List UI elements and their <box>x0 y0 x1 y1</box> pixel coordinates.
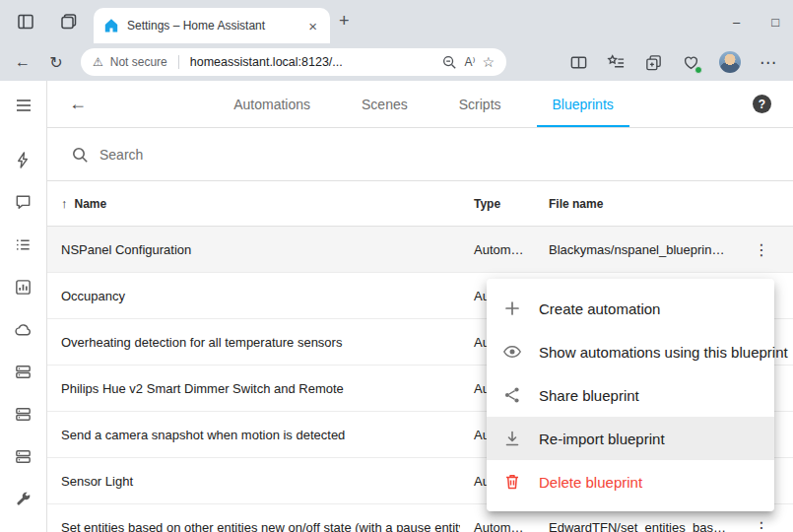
maximize-button[interactable]: □ <box>771 15 779 30</box>
row-name: Set entities based on other entities new… <box>47 520 460 532</box>
menu-item-delete-blueprint[interactable]: Delete blueprint <box>487 460 774 503</box>
tab-blueprints[interactable]: Blueprints <box>527 81 639 127</box>
server-icon[interactable] <box>14 405 33 424</box>
context-menu: Create automation Show automations using… <box>487 279 774 511</box>
browser-menu-icon[interactable]: ⋯ <box>760 52 777 73</box>
help-icon[interactable]: ? <box>753 95 771 113</box>
download-icon <box>502 429 522 448</box>
home-assistant-favicon <box>103 18 119 33</box>
menu-item-create-automation[interactable]: Create automation <box>487 287 774 330</box>
url-text[interactable]: homeassistant.local:8123/... <box>190 55 435 69</box>
eye-icon <box>502 342 522 362</box>
list-icon[interactable] <box>14 235 33 254</box>
security-label[interactable]: Not secure <box>110 55 167 69</box>
favorite-star-icon[interactable]: ☆ <box>482 54 495 70</box>
collections-icon[interactable] <box>644 53 663 72</box>
header-file-name[interactable]: File name <box>535 197 738 211</box>
wrench-icon[interactable] <box>14 490 33 508</box>
row-name: Occupancy <box>47 289 460 303</box>
menu-item-label: Share blueprint <box>539 387 639 404</box>
cloud-icon[interactable] <box>14 320 33 339</box>
table-row[interactable]: NSPanel Configuration Autom… Blackymas/n… <box>47 227 793 273</box>
row-name: Sensor Light <box>47 474 460 489</box>
table-header: ↑ Name Type File name <box>47 181 793 227</box>
address-bar[interactable]: ⚠ Not secure homeassistant.local:8123/..… <box>81 48 506 76</box>
tab-scripts[interactable]: Scripts <box>433 81 527 127</box>
row-type: Autom… <box>460 242 535 257</box>
search-row <box>47 128 793 181</box>
profile-avatar[interactable] <box>719 51 741 73</box>
back-icon[interactable]: ← <box>12 53 33 71</box>
browser-essentials-icon[interactable] <box>682 53 700 72</box>
row-more-icon[interactable]: ⋮ <box>748 237 775 262</box>
title-bar: Settings – Home Assistant × + – □ <box>0 0 793 43</box>
bar-chart-icon[interactable] <box>14 278 33 297</box>
lightning-icon[interactable] <box>14 151 33 169</box>
window-controls: – □ <box>733 0 779 43</box>
share-icon <box>502 385 522 405</box>
ha-back-icon[interactable]: ← <box>69 94 95 114</box>
row-name: NSPanel Configuration <box>47 242 460 257</box>
browser-window: Settings – Home Assistant × + – □ ← ↻ ⚠ … <box>0 0 793 532</box>
menu-item-label: Show automations using this blueprint <box>539 344 788 361</box>
row-more-icon[interactable]: ⋮ <box>748 515 775 532</box>
search-icon <box>71 146 89 164</box>
vertical-tabs-icon[interactable] <box>16 12 35 32</box>
menu-item-label: Create automation <box>539 300 660 317</box>
search-input[interactable] <box>99 147 769 163</box>
menu-item-reimport-blueprint[interactable]: Re-import blueprint <box>487 417 774 460</box>
minimize-button[interactable]: – <box>733 15 740 30</box>
menu-item-label: Re-import blueprint <box>539 431 665 447</box>
not-secure-warning-icon[interactable]: ⚠ <box>93 55 103 69</box>
toolbar-right-icons: ⋯ <box>569 51 781 73</box>
row-name: Philips Hue v2 Smart Dimmer Switch and R… <box>47 381 460 396</box>
zoom-icon[interactable] <box>441 54 457 70</box>
split-screen-icon[interactable] <box>569 53 588 72</box>
ha-nav-tabs: Automations Scenes Scripts Blueprints <box>95 81 753 127</box>
menu-item-show-automations[interactable]: Show automations using this blueprint <box>487 330 774 373</box>
new-tab-button[interactable]: + <box>339 12 350 30</box>
sidebar-menu-icon[interactable] <box>14 96 33 115</box>
server-icon[interactable] <box>14 447 33 466</box>
delete-icon <box>502 472 522 492</box>
favorites-hub-icon[interactable] <box>607 53 626 72</box>
titlebar-left-icons <box>0 12 79 32</box>
row-type: Autom… <box>460 520 535 532</box>
ha-sidebar <box>0 81 47 532</box>
sidebar-icons <box>14 151 33 508</box>
header-name[interactable]: ↑ Name <box>47 196 460 211</box>
row-file: Blackymas/nspanel_blueprin… <box>535 242 738 257</box>
sort-ascending-icon: ↑ <box>61 196 68 211</box>
refresh-icon[interactable]: ↻ <box>45 53 67 72</box>
header-name-label: Name <box>75 197 107 211</box>
row-name: Overheating detection for all temperatur… <box>47 335 460 350</box>
browser-toolbar: ← ↻ ⚠ Not secure homeassistant.local:812… <box>0 43 793 81</box>
tab-automations[interactable]: Automations <box>208 81 336 127</box>
address-divider <box>178 55 179 69</box>
tab-title: Settings – Home Assistant <box>127 19 297 33</box>
menu-item-label: Delete blueprint <box>539 474 642 491</box>
status-dot <box>694 66 702 74</box>
chat-icon[interactable] <box>14 193 33 212</box>
server-icon[interactable] <box>14 363 33 381</box>
workspaces-icon[interactable] <box>59 12 79 32</box>
tab-close-icon[interactable]: × <box>305 18 320 34</box>
browser-tab[interactable]: Settings – Home Assistant × <box>94 8 330 43</box>
row-file: EdwardTFN/set_entities_bas… <box>535 520 738 532</box>
read-aloud-icon[interactable]: A⁾ <box>464 55 475 69</box>
header-type[interactable]: Type <box>460 197 535 211</box>
tab-scenes[interactable]: Scenes <box>336 81 433 127</box>
menu-item-share-blueprint[interactable]: Share blueprint <box>487 373 774 417</box>
plus-icon <box>502 299 522 318</box>
row-name: Send a camera snapshot when motion is de… <box>47 428 460 442</box>
ha-app-bar: ← Automations Scenes Scripts Blueprints … <box>47 81 793 128</box>
